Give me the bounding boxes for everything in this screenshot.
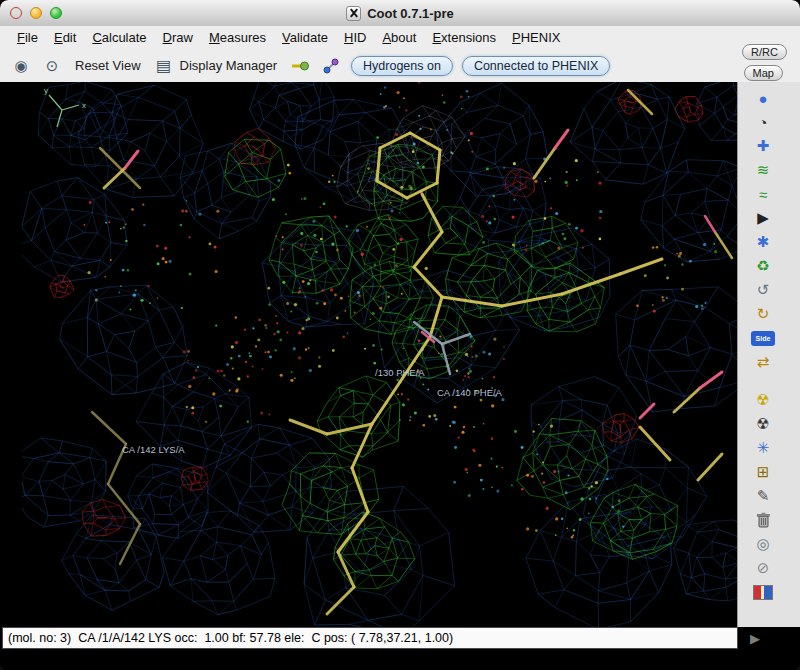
disc-icon[interactable]: ◎ <box>751 532 775 556</box>
menu-measures[interactable]: Measures <box>202 28 273 47</box>
radiation-yellow-icon[interactable]: ☢ <box>751 388 775 412</box>
flag-graphic <box>753 585 773 600</box>
phenix-connection-button[interactable]: Connected to PHENIX <box>462 56 610 76</box>
swap-icon[interactable]: ⇄ <box>751 350 775 374</box>
residue-label: CA /142 LYS/A <box>122 444 185 455</box>
axis-label: y <box>44 86 48 95</box>
move-cross-icon[interactable]: ✚ <box>751 134 775 158</box>
menu-validate[interactable]: Validate <box>275 28 335 47</box>
centre-atom-icon[interactable]: ⊙ <box>41 55 63 77</box>
gl-viewport[interactable]: yx/130 PHE/ACA /140 PHE/ACA /142 LYS/A <box>22 82 737 627</box>
regularize-zone-icon[interactable]: ≈ <box>751 182 775 206</box>
pencil-icon[interactable]: ✎ <box>751 484 775 508</box>
menu-file[interactable]: File <box>10 28 45 47</box>
model-fit-refine-toolbar: ●◔✚≋≈▶✱♻↺↻Side⇄☢☢✳⊞✎◎⊘ <box>737 82 800 627</box>
axis-label: x <box>82 101 86 110</box>
residue-label: /130 PHE/A <box>375 367 425 378</box>
prohibit-icon[interactable]: ⊘ <box>751 556 775 580</box>
hydrogens-toggle-button[interactable]: Hydrogens on <box>351 56 453 76</box>
toolbar-separator <box>751 374 775 388</box>
side-chip-label: Side <box>751 331 775 346</box>
play-icon[interactable]: ▶ <box>751 206 775 230</box>
atom-star-icon[interactable]: ✱ <box>751 230 775 254</box>
status-text: (mol. no: 3) CA /1/A/142 LYS occ: 1.00 b… <box>8 631 453 645</box>
residue-label: CA /140 PHE/A <box>437 387 503 398</box>
menu-hid[interactable]: HID <box>337 28 373 47</box>
window-title: Coot 0.7.1-pre <box>367 6 454 21</box>
status-play-icon[interactable]: ▶ <box>742 627 800 649</box>
rotate-gold-icon[interactable]: ↻ <box>751 302 775 326</box>
close-button[interactable] <box>10 7 22 19</box>
blue-asterisk-icon[interactable]: ✳ <box>751 436 775 460</box>
go-to-ligand-icon[interactable] <box>320 55 342 77</box>
rotamer-recycle-icon[interactable]: ♻ <box>751 254 775 278</box>
refine-zone-icon[interactable]: ≋ <box>751 158 775 182</box>
clock-icon[interactable]: ◔ <box>751 110 775 134</box>
trash-icon[interactable] <box>751 508 775 532</box>
menu-edit[interactable]: Edit <box>47 28 83 47</box>
status-bar: (mol. no: 3) CA /1/A/142 LYS occ: 1.00 b… <box>2 627 738 649</box>
rotate-left-icon[interactable]: ↺ <box>751 278 775 302</box>
radiation-dark-icon[interactable]: ☢ <box>751 412 775 436</box>
menu-about[interactable]: About <box>375 28 423 47</box>
menu-extensions[interactable]: Extensions <box>425 28 503 47</box>
go-to-atom-icon[interactable] <box>289 55 311 77</box>
gl-canvas-area[interactable]: yx/130 PHE/ACA /140 PHE/ACA /142 LYS/A <box>22 82 737 627</box>
display-manager-button[interactable]: Display Manager <box>177 57 281 74</box>
reset-view-button[interactable]: Reset View <box>72 57 144 74</box>
title-area: Coot 0.7.1-pre <box>0 0 800 26</box>
display-manager-icon[interactable]: ▤ <box>153 55 175 77</box>
x11-app-icon <box>346 6 361 21</box>
menu-calculate[interactable]: Calculate <box>85 28 153 47</box>
minimize-button[interactable] <box>30 7 42 19</box>
add-box-icon[interactable]: ⊞ <box>751 460 775 484</box>
menu-draw[interactable]: Draw <box>156 28 200 47</box>
menu-phenix[interactable]: PHENIX <box>505 28 567 47</box>
window-controls <box>10 7 62 19</box>
rrc-button[interactable]: R/RC <box>742 44 787 60</box>
coot-window: Coot 0.7.1-pre FileEditCalculateDrawMeas… <box>0 0 800 670</box>
globe-sphere-icon[interactable]: ● <box>751 86 775 110</box>
recentre-view-icon[interactable]: ◉ <box>10 55 32 77</box>
menubar: FileEditCalculateDrawMeasuresValidateHID… <box>0 26 800 49</box>
zoom-button[interactable] <box>50 7 62 19</box>
toolbar: ◉ ⊙ Reset View ▤ Display Manager Hydroge… <box>0 49 800 82</box>
main-area: yx/130 PHE/ACA /140 PHE/ACA /142 LYS/A ●… <box>0 82 800 627</box>
color-flag-icon[interactable] <box>751 580 775 604</box>
map-button[interactable]: Map <box>744 65 783 81</box>
titlebar[interactable]: Coot 0.7.1-pre <box>0 0 800 27</box>
side-chain-flip-icon[interactable]: Side <box>751 326 775 350</box>
